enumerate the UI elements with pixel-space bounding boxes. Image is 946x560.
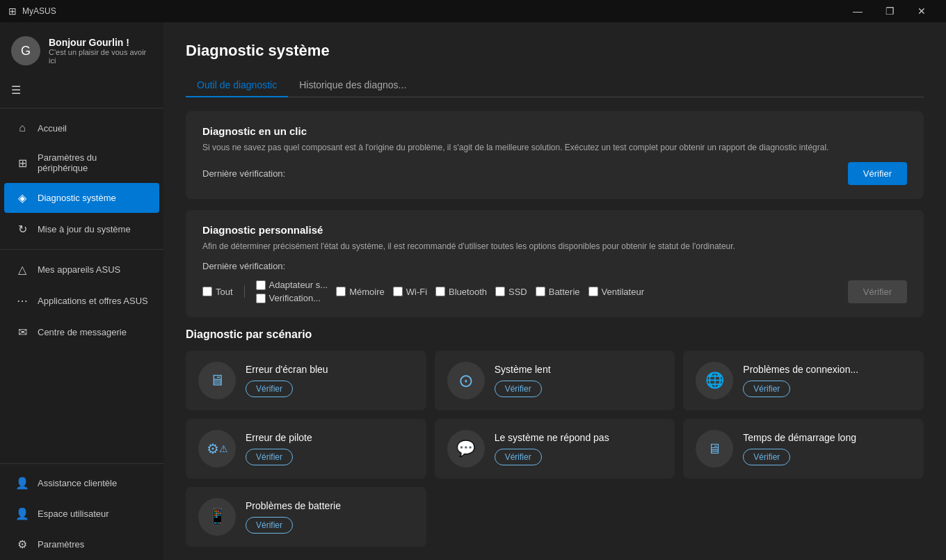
message-icon: ✉ (15, 326, 29, 339)
pilote-verify-button[interactable]: Vérifier (246, 449, 293, 465)
titlebar: ⊞ MyASUS — ❐ ✕ (0, 0, 946, 22)
checkbox-wifi-input[interactable] (393, 287, 403, 296)
checkbox-ventilateur-input[interactable] (588, 287, 598, 296)
hamburger-menu[interactable]: ☰ (0, 77, 163, 104)
one-click-last-check: Dernière vérification: (202, 168, 285, 179)
sidebar-item-messagerie[interactable]: ✉ Centre de messagerie (4, 317, 159, 347)
scenario-card-ecran-bleu: 🖥 Erreur d'écran bleu Vérifier (186, 351, 426, 410)
titlebar-left: ⊞ MyASUS (8, 6, 56, 17)
connexion-info: Problèmes de connexion... Vérifier (743, 364, 858, 397)
checkbox-ssd-input[interactable] (495, 287, 505, 296)
checkbox-tout-label: Tout (216, 287, 233, 297)
checkbox-adaptateur[interactable]: Adaptateur s... (256, 280, 328, 290)
systeme-lent-info: Système lent Vérifier (495, 364, 551, 397)
connexion-verify-button[interactable]: Vérifier (743, 381, 790, 397)
batterie-pb-verify-button[interactable]: Vérifier (246, 517, 293, 534)
ecran-bleu-verify-button[interactable]: Vérifier (246, 381, 293, 397)
checkbox-tout[interactable]: Tout (202, 287, 233, 297)
device-settings-icon: ⊞ (15, 157, 29, 170)
systeme-lent-name: Système lent (495, 364, 551, 375)
sidebar-item-assistance[interactable]: 👤 Assistance clientèle (4, 468, 159, 498)
ecran-bleu-icon: 🖥 (198, 362, 236, 399)
user-name: Bonjour Gourlin ! (49, 37, 152, 48)
scenario-card-ne-repond-pas: 💬 Le système ne répond pas Vérifier (435, 419, 675, 479)
user-icon: 👤 (15, 507, 29, 520)
systeme-lent-verify-button[interactable]: Vérifier (495, 381, 542, 397)
ne-repond-pas-verify-button[interactable]: Vérifier (495, 449, 542, 465)
sidebar-item-label: Paramètres (38, 539, 84, 550)
minimize-button[interactable]: — (842, 0, 874, 22)
sidebar-item-applications[interactable]: ⋯ Applications et offres ASUS (4, 286, 159, 316)
custom-row: Tout Adaptateur s... Verification... (202, 280, 907, 303)
sidebar-user-info: Bonjour Gourlin ! C'est un plaisir de vo… (49, 37, 152, 65)
sidebar-item-mes-appareils[interactable]: △ Mes appareils ASUS (4, 255, 159, 285)
app-body: G Bonjour Gourlin ! C'est un plaisir de … (0, 22, 946, 560)
scenario-card-pilote: ⚙⚠ Erreur de pilote Vérifier (186, 419, 426, 479)
ne-repond-pas-name: Le système ne répond pas (495, 432, 609, 443)
systeme-lent-icon: ⊙ (447, 362, 485, 399)
close-button[interactable]: ✕ (906, 0, 938, 22)
demarrage-long-name: Temps de démarrage long (743, 432, 856, 443)
app-logo: ⊞ (8, 6, 17, 17)
checkbox-adaptateur-input[interactable] (256, 280, 266, 290)
pilote-icon: ⚙⚠ (198, 430, 236, 467)
checkbox-ssd-label: SSD (508, 287, 527, 297)
tabs: Outil de diagnostic Historique des diagn… (186, 74, 924, 97)
custom-verify-button[interactable]: Vérifier (848, 280, 907, 303)
settings-icon: ⚙ (15, 538, 29, 551)
custom-title: Diagnostic personnalisé (202, 224, 907, 236)
sidebar-item-label: Centre de messagerie (38, 327, 127, 337)
batterie-pb-name: Problèmes de batterie (246, 500, 341, 511)
sidebar-item-accueil[interactable]: ⌂ Accueil (4, 113, 159, 143)
app-title: MyASUS (22, 6, 56, 16)
checkbox-ventilateur[interactable]: Ventilateur (588, 287, 644, 297)
checkbox-batterie-label: Batterie (549, 287, 580, 297)
one-click-row: Dernière vérification: Vérifier (202, 162, 907, 185)
connexion-name: Problèmes de connexion... (743, 364, 858, 375)
scenario-card-connexion: 🌐 Problèmes de connexion... Vérifier (683, 351, 924, 410)
checkbox-memoire[interactable]: Mémoire (336, 287, 385, 297)
checkbox-verification-input[interactable] (256, 294, 266, 303)
maximize-button[interactable]: ❐ (874, 0, 906, 22)
checkbox-bluetooth-input[interactable] (435, 287, 445, 296)
titlebar-controls: — ❐ ✕ (842, 0, 938, 22)
batterie-pb-info: Problèmes de batterie Vérifier (246, 500, 341, 534)
tab-historique[interactable]: Historique des diagnos... (288, 74, 417, 97)
checkbox-ssd[interactable]: SSD (495, 287, 527, 297)
pilote-info: Erreur de pilote Vérifier (246, 432, 312, 465)
ne-repond-pas-info: Le système ne répond pas Vérifier (495, 432, 609, 465)
checkbox-memoire-input[interactable] (336, 287, 346, 296)
separator (244, 285, 245, 298)
sidebar-item-label: Applications et offres ASUS (38, 296, 148, 306)
demarrage-long-verify-button[interactable]: Vérifier (743, 449, 790, 465)
demarrage-long-info: Temps de démarrage long Vérifier (743, 432, 856, 465)
scenario-card-demarrage-long: 🖥 Temps de démarrage long Vérifier (683, 419, 924, 479)
diagnostic-icon: ◈ (15, 191, 29, 205)
checkbox-wifi[interactable]: Wi-Fi (393, 287, 427, 297)
demarrage-long-icon: 🖥 (696, 430, 733, 467)
scenario-section-title: Diagnostic par scénario (186, 328, 924, 341)
sidebar-item-mise-a-jour[interactable]: ↻ Mise à jour du système (4, 214, 159, 244)
checkbox-batterie-input[interactable] (536, 287, 545, 296)
sidebar-item-label: Paramètres du périphérique (38, 152, 148, 173)
one-click-title: Diagnostic en un clic (202, 125, 907, 137)
scenario-grid: 🖥 Erreur d'écran bleu Vérifier ⊙ Système… (186, 351, 924, 547)
checkbox-verification[interactable]: Verification... (256, 293, 328, 303)
sidebar-item-parametres[interactable]: ⚙ Paramètres (4, 529, 159, 559)
checkbox-batterie[interactable]: Batterie (536, 287, 580, 297)
sidebar-item-parametres-peripherique[interactable]: ⊞ Paramètres du périphérique (4, 144, 159, 182)
batterie-pb-icon: 📱 (198, 498, 236, 536)
sidebar: G Bonjour Gourlin ! C'est un plaisir de … (0, 22, 163, 560)
tab-outil-diagnostic[interactable]: Outil de diagnostic (186, 74, 288, 97)
sidebar-header: G Bonjour Gourlin ! C'est un plaisir de … (0, 22, 163, 77)
sidebar-item-espace-utilisateur[interactable]: 👤 Espace utilisateur (4, 499, 159, 529)
sidebar-divider-mid (0, 249, 163, 250)
sidebar-item-label: Accueil (38, 123, 67, 134)
one-click-verify-button[interactable]: Vérifier (848, 162, 907, 185)
ne-repond-pas-icon: 💬 (447, 430, 485, 467)
home-icon: ⌂ (15, 122, 29, 134)
checkbox-bluetooth[interactable]: Bluetooth (435, 287, 487, 297)
checkbox-tout-input[interactable] (202, 287, 212, 296)
sidebar-bottom: 👤 Assistance clientèle 👤 Espace utilisat… (0, 459, 163, 560)
sidebar-item-diagnostic-systeme[interactable]: ◈ Diagnostic système (4, 183, 159, 213)
